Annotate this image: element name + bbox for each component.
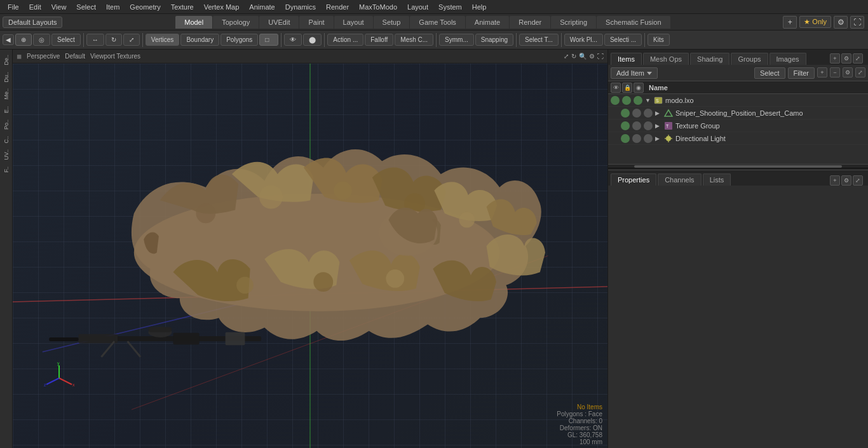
item-visibility-3[interactable] (644, 134, 653, 143)
item-visibility-2[interactable] (622, 96, 631, 105)
layout-tab-model[interactable]: Model (175, 16, 212, 29)
menu-texture[interactable]: Texture (166, 2, 199, 12)
menu-help[interactable]: Help (467, 2, 492, 12)
item-visibility[interactable] (621, 134, 630, 143)
list-item[interactable]: ▼ S modo.lxo (608, 94, 868, 107)
item-visibility-3[interactable] (644, 121, 653, 130)
add-item-button[interactable]: Add Item (611, 67, 658, 79)
sidebar-tab-po[interactable]: Po.. (2, 117, 11, 132)
menu-system[interactable]: System (433, 2, 467, 12)
items-tab-images[interactable]: Images (770, 53, 806, 65)
item-expand-icon[interactable]: ▶ (655, 110, 661, 116)
menu-view[interactable]: View (46, 2, 72, 12)
item-label-light[interactable]: Directional Light (675, 135, 726, 142)
tool-render-preview[interactable]: ⬤ (303, 34, 322, 46)
items-tab-add-icon[interactable]: + (830, 53, 840, 64)
layout-tab-setup[interactable]: Setup (374, 16, 410, 29)
tool-scale-icon[interactable]: ⤢ (123, 34, 140, 46)
item-visibility-2[interactable] (632, 121, 641, 130)
tool-eye-icon[interactable]: 👁 (284, 34, 302, 46)
items-settings-icon[interactable]: ⚙ (843, 67, 853, 78)
add-layout-button[interactable]: + (783, 16, 797, 29)
sidebar-tab-du[interactable]: Du.. (2, 69, 11, 85)
items-tab-mesh-ops[interactable]: Mesh Ops (643, 53, 689, 65)
menu-select[interactable]: Select (71, 2, 101, 12)
items-list-scroll[interactable]: ▼ S modo.lxo ▶ Sniper_Shooting_Position_… (608, 94, 868, 164)
item-visibility-2[interactable] (632, 109, 641, 118)
items-header-vis-icon[interactable]: 👁 (611, 83, 621, 93)
items-header-lock-icon[interactable]: 🔒 (622, 83, 632, 93)
sidebar-tab-e[interactable]: E.. (2, 104, 11, 116)
item-expand-icon[interactable]: ▶ (655, 135, 661, 142)
menu-item[interactable]: Item (101, 2, 125, 12)
layout-tab-schematic[interactable]: Schematic Fusion (597, 16, 670, 29)
tool-mode-box[interactable]: □ (259, 34, 278, 46)
props-settings-icon[interactable]: ⚙ (841, 175, 851, 186)
viewport-settings-icon[interactable]: ⚙ (589, 53, 595, 60)
viewport-zoom-icon[interactable]: 🔍 (579, 53, 587, 60)
tool-mesh-c[interactable]: Mesh C... (395, 34, 433, 46)
viewport-textures-btn[interactable]: Viewport Textures (90, 53, 140, 60)
tool-symm[interactable]: Symm... (439, 34, 474, 46)
layout-tab-animate[interactable]: Animate (466, 16, 509, 29)
menu-vertex-map[interactable]: Vertex Map (199, 2, 245, 12)
item-label-modo[interactable]: modo.lxo (665, 97, 694, 104)
layout-tab-render[interactable]: Render (510, 16, 550, 29)
sidebar-tab-uv[interactable]: UV.. (2, 147, 11, 163)
item-visibility[interactable] (611, 96, 620, 105)
items-tab-items[interactable]: Items (611, 53, 642, 65)
layout-tab-uvedit[interactable]: UVEdit (259, 16, 299, 29)
viewport-rotate-icon[interactable]: ↻ (571, 53, 576, 60)
props-tab-properties[interactable]: Properties (611, 173, 656, 186)
tool-transform-icon[interactable]: ↔ (86, 34, 104, 46)
menu-file[interactable]: File (3, 2, 24, 12)
item-label-texture[interactable]: Texture Group (675, 122, 720, 130)
menu-dynamics[interactable]: Dynamics (280, 2, 321, 12)
tool-snapping[interactable]: Snapping (475, 34, 513, 46)
tool-select-mode[interactable]: Select (51, 34, 81, 46)
layout-tab-paint[interactable]: Paint (299, 16, 333, 29)
sidebar-tab-me[interactable]: Me.. (2, 86, 11, 102)
sidebar-tab-c[interactable]: C.. (2, 133, 11, 146)
sidebar-tab-de[interactable]: De.. (2, 52, 11, 68)
menu-edit[interactable]: Edit (24, 2, 46, 12)
viewport-fit-icon[interactable]: ⤢ (564, 53, 569, 60)
items-header-render-icon[interactable]: ◉ (634, 83, 644, 93)
tool-kits[interactable]: Kits (648, 34, 670, 46)
tool-action[interactable]: Action ... (327, 34, 363, 46)
item-expand-icon[interactable]: ▼ (645, 97, 651, 104)
list-item[interactable]: ▶ Sniper_Shooting_Position_Desert_Camo (608, 107, 868, 119)
items-tab-groups[interactable]: Groups (731, 53, 768, 65)
layout-settings-icon[interactable]: ⚙ (834, 16, 848, 29)
menu-animate[interactable]: Animate (244, 2, 280, 12)
layout-tab-topology[interactable]: Topology (213, 16, 259, 29)
items-tab-shading[interactable]: Shading (690, 53, 729, 65)
layout-tab-scripting[interactable]: Scripting (551, 16, 596, 29)
star-only-button[interactable]: ★ Only (799, 16, 831, 28)
items-select-btn[interactable]: Select (754, 67, 785, 79)
menu-render[interactable]: Render (321, 2, 354, 12)
items-add-icon[interactable]: + (817, 67, 827, 78)
item-visibility-2[interactable] (632, 134, 641, 143)
items-tab-expand-icon[interactable]: ⤢ (853, 53, 863, 64)
props-tab-lists[interactable]: Lists (703, 173, 731, 186)
props-add-icon[interactable]: + (830, 175, 840, 186)
tool-expand-btn[interactable]: ◀ (3, 34, 14, 45)
items-minus-icon[interactable]: − (830, 67, 840, 78)
viewport-default-btn[interactable]: Default (65, 53, 85, 60)
viewport-expand-icon[interactable]: ⛶ (597, 53, 604, 60)
item-label-sniper[interactable]: Sniper_Shooting_Position_Desert_Camo (675, 109, 803, 117)
tool-polygons[interactable]: Polygons (220, 34, 258, 46)
item-visibility-3[interactable] (634, 96, 642, 105)
props-tab-channels[interactable]: Channels (658, 173, 701, 186)
list-item[interactable]: ▶ Directional Light (608, 132, 868, 145)
tool-snap-icon[interactable]: ◎ (33, 34, 50, 46)
tool-vertices[interactable]: Vertices (146, 34, 180, 46)
tool-rotate-icon[interactable]: ↻ (105, 34, 122, 46)
items-filter-btn[interactable]: Filter (788, 67, 815, 79)
menu-maxtomodo[interactable]: MaxToModo (354, 2, 402, 12)
viewport-perspective-btn[interactable]: Perspective (27, 53, 60, 60)
items-expand-right-icon[interactable]: ⤢ (855, 67, 865, 78)
tool-falloff[interactable]: Falloff (365, 34, 393, 46)
default-layouts-dropdown[interactable]: Default Layouts (3, 17, 62, 28)
